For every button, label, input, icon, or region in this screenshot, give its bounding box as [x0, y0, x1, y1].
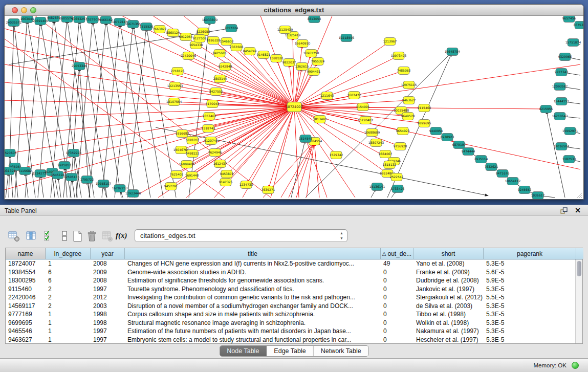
graph-node-label: 15136141: [369, 185, 385, 188]
graph-edge[interactable]: [6, 176, 8, 198]
column-header-name[interactable]: name: [6, 248, 46, 259]
table-row[interactable]: 946554611997Estimation of the future num…: [6, 327, 582, 336]
tab-node-table[interactable]: Node Table: [220, 346, 267, 356]
graph-edge[interactable]: [547, 114, 565, 198]
column-header-in_degree[interactable]: in_degree: [46, 248, 91, 259]
delete-table-icon-disabled: [101, 230, 114, 243]
graph-node-label: 9899695: [418, 121, 431, 125]
table-cell: 5.3E-5: [484, 336, 576, 344]
row-height-icon[interactable]: [58, 230, 71, 243]
column-header-pagerank[interactable]: pagerank: [484, 248, 576, 259]
table-row[interactable]: 911546021997Tourette syndrome. Phenomeno…: [6, 285, 582, 294]
graph-node-label: 9245652: [518, 188, 532, 191]
graph-edge[interactable]: [53, 177, 55, 198]
table-cell: 1998: [91, 310, 125, 319]
resize-grip-icon[interactable]: [575, 191, 582, 199]
graph-edge[interactable]: [102, 27, 119, 198]
select-columns-icon[interactable]: [43, 230, 55, 243]
tab-edge-table[interactable]: Edge Table: [267, 346, 313, 356]
graph-node-label: 9498222: [186, 151, 200, 155]
graph-node-label: 3931394: [5, 169, 16, 172]
graph-edge[interactable]: [63, 24, 79, 198]
show-columns-icon[interactable]: [26, 230, 38, 243]
graph-node-label: 15046766: [173, 148, 189, 151]
graph-edge[interactable]: [5, 47, 294, 107]
graph-node-label: 9227343: [555, 70, 569, 74]
table-selector-dropdown[interactable]: citations_edges.txt ▲▼: [135, 229, 347, 242]
scrollbar-thumb[interactable]: [577, 261, 581, 276]
graph-node-label: 1654338: [189, 43, 203, 47]
graph-edge[interactable]: [294, 107, 580, 169]
graph-edge[interactable]: [115, 29, 133, 198]
column-header-out_de[interactable]: △out_de...: [381, 248, 413, 259]
graph-node-label: 12093587: [552, 84, 568, 88]
trash-icon[interactable]: [86, 230, 98, 243]
column-header-title[interactable]: title: [125, 248, 381, 259]
table-row[interactable]: 1938455462009Genome-wide association stu…: [6, 268, 582, 277]
graph-edge[interactable]: [156, 127, 485, 195]
graph-edge[interactable]: [371, 191, 375, 198]
table-cell: 1997: [91, 285, 125, 294]
table-cell: 6: [46, 268, 91, 277]
graph-edge[interactable]: [289, 145, 312, 198]
graph-edge[interactable]: [41, 178, 43, 198]
graph-node-label: 1518743: [202, 126, 215, 130]
window-titlebar[interactable]: citations_edges.txt: [5, 5, 583, 16]
graph-node-label: 7625402: [170, 172, 184, 176]
graph-edge[interactable]: [127, 31, 146, 198]
graph-node-label: 1916682: [176, 132, 189, 135]
status-bar: Memory: OK: [0, 358, 588, 372]
table-cell: 2: [46, 293, 91, 302]
table-panel-body: f(x) citations_edges.txt ▲▼ namein_degre…: [0, 216, 588, 344]
graph-node-label: 17359924: [66, 151, 82, 155]
graph-edge[interactable]: [294, 107, 403, 116]
graph-edge[interactable]: [58, 180, 61, 198]
table-row[interactable]: 1872400712008Changes of HCN gene express…: [6, 259, 582, 268]
graph-edge[interactable]: [5, 100, 294, 107]
graph-node-label: 16210643: [552, 114, 568, 118]
function-builder-icon[interactable]: f(x): [116, 231, 128, 244]
graph-edge[interactable]: [72, 182, 75, 198]
graph-edge[interactable]: [230, 107, 294, 171]
graph-node-label: 1733426: [391, 187, 405, 190]
table-mode-icon[interactable]: [8, 230, 20, 243]
graph-edge[interactable]: [121, 27, 150, 198]
new-table-icon[interactable]: [72, 230, 84, 243]
table-cell: 9777169: [6, 310, 46, 319]
graph-edge[interactable]: [391, 192, 395, 198]
graph-node-label: 16782753: [112, 186, 128, 190]
table-row[interactable]: 977716911998Corpus callosum shape and si…: [6, 310, 582, 319]
vertical-scrollbar[interactable]: [575, 259, 582, 343]
column-header-year[interactable]: year: [91, 248, 125, 259]
graph-edge[interactable]: [5, 29, 294, 107]
column-header-short[interactable]: short: [413, 248, 484, 259]
table-row[interactable]: 969969511998Structural magnetic resonanc…: [6, 319, 582, 327]
graph-node-label: 1588520: [270, 56, 284, 60]
graph-edge[interactable]: [296, 146, 313, 198]
graph-edge[interactable]: [92, 16, 294, 107]
graph-edge[interactable]: [121, 193, 123, 198]
float-panel-icon[interactable]: [560, 207, 568, 214]
table-cell: 0: [381, 276, 413, 285]
table-cell: 5.3E-5: [484, 285, 576, 294]
graph-node-label: 10025488: [394, 108, 409, 112]
graph-node-label: 10688609: [364, 130, 380, 134]
graph-node-label: 12505135: [64, 175, 80, 179]
network-canvas[interactable]: 2403557216630442069140694828391605574110…: [5, 16, 583, 200]
tab-network-table[interactable]: Network Table: [314, 346, 368, 356]
graph-node-label: 7663822: [153, 27, 167, 31]
graph-edge[interactable]: [106, 25, 135, 198]
table-row[interactable]: 2242004622012Investigating the contribut…: [6, 293, 582, 302]
table-row[interactable]: 1830029562008Estimation of significance …: [6, 276, 582, 285]
graph-edge[interactable]: [315, 146, 319, 198]
close-panel-icon[interactable]: ✕: [575, 206, 581, 214]
graph-node-label: 9242848: [219, 64, 232, 68]
graph-node-label: 1527602: [86, 17, 100, 21]
table-cell: Estimation of significance thresholds fo…: [125, 276, 381, 285]
table-row[interactable]: 1456911722003Disruption of a novel membe…: [6, 302, 582, 311]
graph-edge[interactable]: [291, 143, 304, 198]
citation-network-graph[interactable]: 2403557216630442069140694828391605574110…: [5, 16, 583, 200]
table-row[interactable]: 946362711997Embryonic stem cells: a mode…: [6, 336, 582, 344]
graph-node-label: 1546603: [220, 39, 234, 43]
graph-node-label: 12213553: [167, 84, 183, 87]
